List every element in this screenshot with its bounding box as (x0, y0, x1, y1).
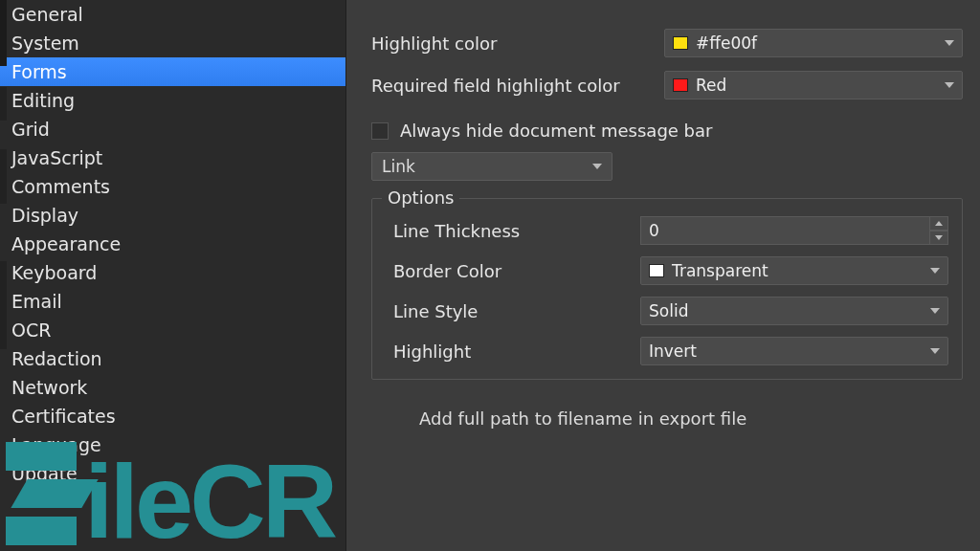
highlight-mode-select[interactable]: Invert (640, 337, 948, 365)
line-thickness-label: Line Thickness (393, 221, 640, 241)
sidebar-item-keyboard[interactable]: Keyboard (0, 258, 345, 287)
sidebar-item-display[interactable]: Display (0, 201, 345, 230)
sidebar-item-comments[interactable]: Comments (0, 172, 345, 201)
line-thickness-spinner[interactable]: 0 (640, 216, 948, 245)
link-type-value: Link (382, 157, 592, 176)
chevron-up-icon (935, 221, 943, 226)
chevron-down-icon (930, 308, 940, 314)
highlight-color-value: #ffe00f (696, 33, 945, 53)
line-style-label: Line Style (393, 301, 640, 321)
required-color-label: Required field highlight color (371, 76, 664, 96)
chevron-down-icon (935, 235, 943, 240)
sidebar-item-redaction[interactable]: Redaction (0, 344, 345, 373)
hide-msgbar-label: Always hide document message bar (400, 121, 712, 141)
color-swatch-icon (649, 264, 664, 277)
spinner-up-button[interactable] (929, 216, 948, 231)
link-type-select[interactable]: Link (371, 152, 612, 181)
required-color-value: Red (696, 76, 945, 95)
spinner-down-button[interactable] (929, 231, 948, 245)
required-color-select[interactable]: Red (664, 71, 963, 99)
border-color-label: Border Color (393, 261, 640, 281)
border-color-select[interactable]: Transparent (640, 256, 948, 285)
chevron-down-icon (945, 82, 954, 88)
hide-msgbar-checkbox[interactable] (371, 122, 389, 140)
highlight-color-label: Highlight color (371, 33, 664, 54)
window-left-edge (0, 0, 7, 551)
chevron-down-icon (930, 348, 940, 354)
options-group: Options Line Thickness 0 Border Color (371, 198, 963, 380)
settings-sidebar: General System Forms Editing Grid JavaSc… (0, 0, 346, 551)
chevron-down-icon (945, 40, 954, 46)
sidebar-item-email[interactable]: Email (0, 287, 345, 316)
sidebar-item-forms[interactable]: Forms (0, 57, 345, 86)
sidebar-item-ocr[interactable]: OCR (0, 316, 345, 344)
line-thickness-value[interactable]: 0 (640, 216, 929, 245)
chevron-down-icon (592, 164, 602, 169)
sidebar-item-system[interactable]: System (0, 29, 345, 57)
color-swatch-icon (673, 36, 688, 50)
sidebar-item-update[interactable]: Update (0, 459, 345, 488)
color-swatch-icon (673, 78, 688, 92)
sidebar-item-general[interactable]: General (0, 0, 345, 29)
sidebar-item-editing[interactable]: Editing (0, 86, 345, 115)
line-style-value: Solid (649, 301, 930, 320)
highlight-color-select[interactable]: #ffe00f (664, 29, 963, 57)
export-fullpath-label: Add full path to filename in export file (419, 408, 746, 429)
options-group-title: Options (382, 187, 459, 208)
settings-main-panel: Highlight color #ffe00f Required field h… (346, 0, 980, 551)
sidebar-item-javascript[interactable]: JavaScript (0, 143, 345, 172)
line-style-select[interactable]: Solid (640, 297, 948, 325)
sidebar-item-network[interactable]: Network (0, 373, 345, 402)
highlight-mode-label: Highlight (393, 342, 640, 362)
sidebar-item-appearance[interactable]: Appearance (0, 230, 345, 258)
highlight-mode-value: Invert (649, 342, 930, 361)
sidebar-item-grid[interactable]: Grid (0, 115, 345, 143)
chevron-down-icon (930, 268, 940, 274)
sidebar-item-certificates[interactable]: Certificates (0, 402, 345, 430)
sidebar-item-language[interactable]: Language (0, 430, 345, 459)
border-color-value: Transparent (672, 261, 930, 280)
